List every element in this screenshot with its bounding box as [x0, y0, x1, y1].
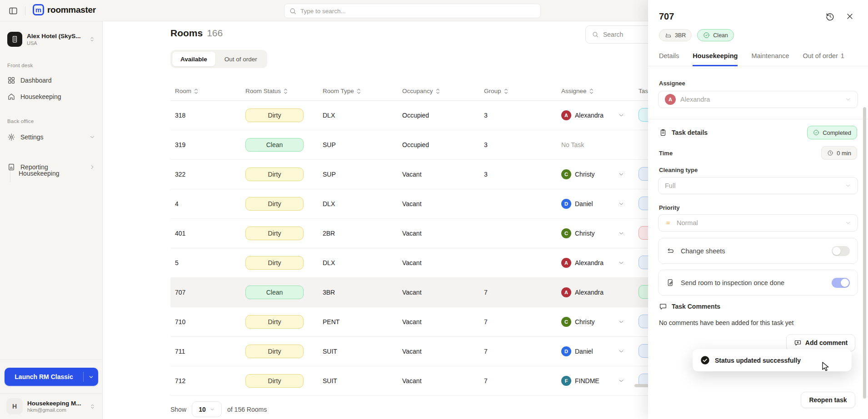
assignee-label: Assignee: [659, 80, 685, 87]
table-row[interactable]: 318 Dirty DLX Occupied 3 AAlexandra: [170, 101, 675, 130]
panel-scrollbar[interactable]: [863, 107, 866, 399]
column-header-occupancy[interactable]: Occupancy: [402, 88, 484, 94]
page-size-select[interactable]: 10: [192, 401, 222, 417]
cleaning-type-select[interactable]: Full: [658, 177, 858, 194]
room-number: 319: [170, 141, 243, 148]
chevron-down-icon: [89, 134, 95, 140]
room-status-badge: Dirty: [245, 168, 304, 181]
section-divider: [648, 119, 868, 119]
occupancy: Vacant: [402, 171, 484, 178]
room-number: 711: [170, 348, 243, 355]
tab-maintenance[interactable]: Maintenance: [751, 52, 789, 66]
column-header-room[interactable]: Room: [170, 88, 243, 94]
table-row[interactable]: 401 Dirty 2BR Vacant CChristy: [170, 219, 675, 248]
group: 7: [484, 318, 561, 325]
priority-select[interactable]: Normal: [658, 214, 858, 232]
user-menu[interactable]: H Housekeeping M... hkm@gmail.com: [0, 393, 102, 419]
sort-icon: [436, 88, 440, 94]
assignee-avatar: F: [561, 376, 571, 386]
history-icon[interactable]: [825, 12, 835, 22]
grid-icon: [7, 76, 15, 84]
room-type: 3BR: [323, 289, 402, 296]
occupancy: Vacant: [402, 348, 484, 355]
assignee-name: Alexandra: [575, 112, 604, 119]
row-expander[interactable]: [618, 378, 639, 384]
column-header-group[interactable]: Group: [484, 88, 561, 94]
send-inspection-toggle[interactable]: [832, 278, 850, 288]
assignee-avatar: D: [561, 346, 571, 356]
brand-logo[interactable]: m roommaster: [33, 4, 96, 15]
sidebar: Alex Hotel (SkyS... USA Front desk Dashb…: [0, 21, 103, 419]
close-icon[interactable]: [845, 12, 855, 22]
row-expander[interactable]: [618, 201, 639, 207]
rooms-count: 166: [207, 28, 223, 38]
launch-options-caret[interactable]: [84, 374, 98, 380]
table-row[interactable]: 319 Clean SUP Occupied 3 No Task: [170, 130, 675, 160]
change-sheets-icon: [666, 246, 675, 255]
sort-icon: [284, 88, 288, 94]
row-expander[interactable]: [618, 348, 639, 355]
table-row[interactable]: 4 Dirty DLX Vacant DDaniel: [170, 189, 675, 219]
tab-housekeeping[interactable]: Housekeeping: [693, 52, 738, 66]
column-header-assignee[interactable]: Assignee: [561, 88, 618, 94]
table-row-selected[interactable]: 707 Clean 3BR Vacant 7 AAlexandra: [170, 278, 675, 307]
assignee-avatar: C: [561, 317, 571, 327]
table-row[interactable]: 712 Dirty SUIT Vacant 7 FFINDME: [170, 366, 675, 396]
room-number: 322: [170, 171, 243, 178]
assignee-name: Alexandra: [575, 289, 604, 296]
property-name: Alex Hotel (SkyS...: [27, 33, 84, 39]
sidebar-item-label: Reporting: [20, 163, 84, 171]
sidebar-item-settings[interactable]: Settings: [4, 129, 99, 145]
row-expander[interactable]: [618, 112, 639, 118]
sort-icon: [504, 88, 508, 94]
row-expander[interactable]: [618, 171, 639, 177]
tab-available[interactable]: Available: [172, 52, 215, 66]
chevron-down-icon: [618, 112, 624, 118]
occupancy: Vacant: [402, 230, 484, 237]
assignee-name: Daniel: [575, 348, 593, 355]
global-search[interactable]: [284, 4, 541, 18]
tab-out-of-order[interactable]: Out of order1: [803, 52, 844, 66]
tab-details[interactable]: Details: [659, 52, 679, 66]
change-sheets-toggle[interactable]: [832, 246, 850, 256]
table-row[interactable]: 322 Dirty SUP Vacant 3 CChristy: [170, 160, 675, 189]
chevron-down-icon: [618, 230, 624, 237]
room-status-badge: Dirty: [245, 315, 304, 329]
sidebar-item-housekeeping[interactable]: Housekeeping: [4, 89, 99, 104]
launch-rm-classic-button[interactable]: Launch RM Classic: [5, 368, 98, 386]
reopen-task-button[interactable]: Reopen task: [801, 392, 855, 408]
sidebar-toggle-icon[interactable]: [8, 6, 18, 16]
column-header-room-status[interactable]: Room Status: [243, 88, 323, 94]
chevron-down-icon: [618, 378, 624, 384]
assignee-select[interactable]: A Alexandra: [658, 91, 858, 108]
assignee-avatar: A: [561, 258, 571, 268]
time-label: Time: [659, 150, 673, 157]
table-row[interactable]: 711 Dirty SUIT Vacant 7 DDaniel: [170, 337, 675, 366]
property-selector[interactable]: Alex Hotel (SkyS... USA: [0, 27, 103, 51]
total-rooms-label: of 156 Rooms: [227, 406, 267, 413]
change-sheets-card: Change sheets: [658, 238, 858, 264]
clipboard-icon: [659, 128, 667, 137]
row-expander[interactable]: [618, 260, 639, 266]
tab-out-of-order[interactable]: Out of order: [216, 52, 265, 66]
inspection-icon: [666, 278, 675, 287]
priority-normal-icon: [665, 219, 672, 227]
global-search-input[interactable]: [300, 8, 536, 15]
column-header-room-type[interactable]: Room Type: [323, 88, 402, 94]
success-check-icon: [700, 355, 710, 365]
occupancy: Vacant: [402, 318, 484, 325]
send-inspection-card: Send room to inspection once done: [658, 270, 858, 296]
view-switcher: Available Out of order: [170, 50, 267, 68]
room-type: DLX: [323, 200, 402, 207]
table-row[interactable]: 5 Dirty DLX Vacant AAlexandra: [170, 248, 675, 278]
table-row[interactable]: 710 Dirty PENT Vacant 7 CChristy: [170, 307, 675, 337]
sidebar-item-reporting[interactable]: Reporting: [4, 159, 99, 175]
app-window: m roommaster Alex Hotel (SkyS... USA Fro…: [0, 0, 868, 419]
row-expander[interactable]: [618, 319, 639, 325]
assignee-value: Alexandra: [680, 96, 840, 103]
row-expander[interactable]: [618, 230, 639, 237]
sidebar-item-dashboard[interactable]: Dashboard: [4, 73, 99, 88]
occupancy: Occupied: [402, 141, 484, 148]
room-type: SUIT: [323, 348, 402, 355]
room-type: SUP: [323, 171, 402, 178]
